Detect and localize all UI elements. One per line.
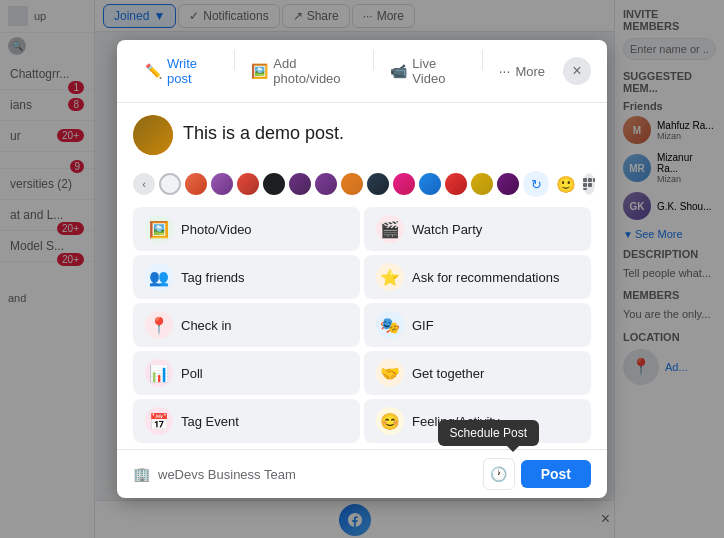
color-swatch-pink[interactable] bbox=[393, 173, 415, 195]
svg-rect-0 bbox=[583, 178, 587, 182]
svg-rect-3 bbox=[583, 183, 587, 187]
color-swatch-purple[interactable] bbox=[211, 173, 233, 195]
live-video-icon: 📹 bbox=[390, 63, 407, 79]
team-icon: 🏢 bbox=[133, 466, 150, 482]
tab-separator-3 bbox=[482, 50, 483, 70]
create-post-modal: ✏️ Write post 🖼️ Add photo/video 📹 Live … bbox=[117, 40, 607, 498]
color-grid-button[interactable] bbox=[583, 173, 595, 195]
write-post-icon: ✏️ bbox=[145, 63, 162, 79]
gif-icon: 🎭 bbox=[376, 311, 404, 339]
tab-add-photo[interactable]: 🖼️ Add photo/video bbox=[239, 50, 369, 92]
color-prev-button[interactable]: ‹ bbox=[133, 173, 155, 195]
svg-rect-4 bbox=[588, 183, 592, 187]
schedule-tooltip: Schedule Post bbox=[438, 420, 539, 446]
tab-separator-2 bbox=[373, 50, 374, 70]
action-tag-event[interactable]: 📅 Tag Event bbox=[133, 399, 360, 443]
photo-video-icon: 🖼️ bbox=[145, 215, 173, 243]
svg-rect-5 bbox=[583, 188, 587, 190]
schedule-button[interactable]: 🕐 bbox=[483, 458, 515, 490]
color-swatch-white[interactable] bbox=[159, 173, 181, 195]
action-gif[interactable]: 🎭 GIF bbox=[364, 303, 591, 347]
action-check-in[interactable]: 📍 Check in bbox=[133, 303, 360, 347]
tag-event-icon: 📅 bbox=[145, 407, 173, 435]
action-watch-party[interactable]: 🎬 Watch Party bbox=[364, 207, 591, 251]
svg-rect-2 bbox=[593, 178, 595, 182]
modal-footer: 🏢 weDevs Business Team 🕐 Post bbox=[117, 449, 607, 498]
get-together-icon: 🤝 bbox=[376, 359, 404, 387]
post-avatar-image bbox=[133, 115, 173, 155]
refresh-button[interactable]: ↻ bbox=[523, 171, 549, 197]
modal-header: ✏️ Write post 🖼️ Add photo/video 📹 Live … bbox=[117, 40, 607, 103]
feeling-icon: 😊 bbox=[376, 407, 404, 435]
color-swatch-red[interactable] bbox=[237, 173, 259, 195]
action-poll[interactable]: 📊 Poll bbox=[133, 351, 360, 395]
check-in-icon: 📍 bbox=[145, 311, 173, 339]
color-swatch-medium-purple[interactable] bbox=[315, 173, 337, 195]
post-user-avatar bbox=[133, 115, 173, 155]
modal-tabs: ✏️ Write post 🖼️ Add photo/video 📹 Live … bbox=[133, 50, 557, 92]
post-button[interactable]: Post bbox=[521, 460, 591, 488]
watch-party-icon: 🎬 bbox=[376, 215, 404, 243]
tab-separator-1 bbox=[234, 50, 235, 70]
color-swatch-orange-red[interactable] bbox=[185, 173, 207, 195]
action-photo-video[interactable]: 🖼️ Photo/Video bbox=[133, 207, 360, 251]
more-icon: ··· bbox=[499, 63, 511, 79]
color-swatch-dark-purple[interactable] bbox=[289, 173, 311, 195]
action-ask-recommendations[interactable]: ⭐ Ask for recommendations bbox=[364, 255, 591, 299]
actions-grid: 🖼️ Photo/Video 🎬 Watch Party 👥 Tag frien… bbox=[117, 201, 607, 449]
tab-live-video[interactable]: 📹 Live Video bbox=[378, 50, 477, 92]
poll-icon: 📊 bbox=[145, 359, 173, 387]
color-swatch-dark[interactable] bbox=[263, 173, 285, 195]
post-text[interactable]: This is a demo post. bbox=[183, 115, 344, 146]
color-swatch-gold[interactable] bbox=[471, 173, 493, 195]
color-bar-section: ‹ ↻ 🙂 bbox=[117, 167, 607, 201]
post-area: This is a demo post. bbox=[117, 103, 607, 167]
add-photo-icon: 🖼️ bbox=[251, 63, 268, 79]
tag-friends-icon: 👥 bbox=[145, 263, 173, 291]
svg-rect-1 bbox=[588, 178, 592, 182]
modal-close-button[interactable]: × bbox=[563, 57, 591, 85]
color-swatch-orange[interactable] bbox=[341, 173, 363, 195]
color-swatch-dark-violet[interactable] bbox=[497, 173, 519, 195]
tab-write-post[interactable]: ✏️ Write post bbox=[133, 50, 230, 92]
action-tag-friends[interactable]: 👥 Tag friends bbox=[133, 255, 360, 299]
tab-more[interactable]: ··· More bbox=[487, 50, 557, 92]
ask-recommendations-icon: ⭐ bbox=[376, 263, 404, 291]
color-swatch-blue[interactable] bbox=[419, 173, 441, 195]
emoji-button[interactable]: 🙂 bbox=[553, 171, 579, 197]
modal-backdrop: ✏️ Write post 🖼️ Add photo/video 📹 Live … bbox=[0, 0, 724, 538]
color-swatch-crimson[interactable] bbox=[445, 173, 467, 195]
team-name: weDevs Business Team bbox=[158, 467, 296, 482]
color-swatch-navy[interactable] bbox=[367, 173, 389, 195]
action-get-together[interactable]: 🤝 Get together bbox=[364, 351, 591, 395]
footer-actions: 🕐 Post bbox=[483, 458, 591, 490]
